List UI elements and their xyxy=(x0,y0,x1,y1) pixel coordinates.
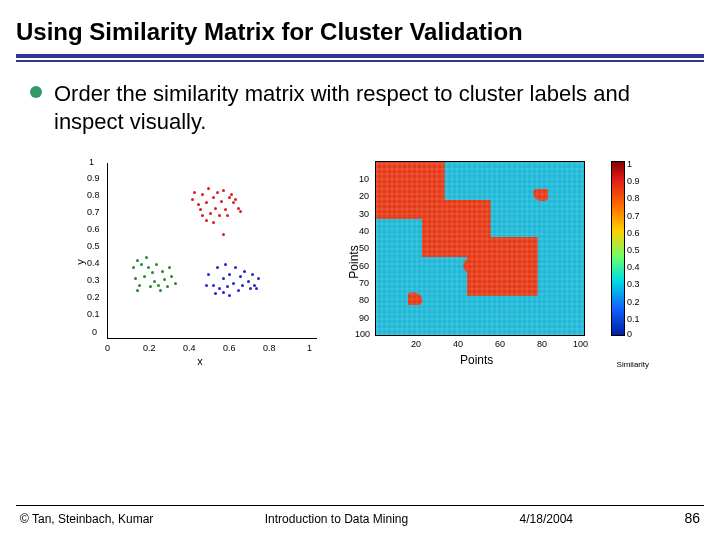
hm-ytick: 70 xyxy=(359,278,369,288)
cbar-tick: 0.1 xyxy=(627,314,645,324)
ytick: 0 xyxy=(92,327,97,337)
scatter-point xyxy=(232,201,235,204)
scatter-point xyxy=(212,221,215,224)
scatter-point xyxy=(201,193,204,196)
footer-page-number: 86 xyxy=(684,510,700,526)
hm-ytick: 80 xyxy=(359,295,369,305)
scatter-point xyxy=(255,287,258,290)
scatter-point xyxy=(134,277,137,280)
scatter-point xyxy=(222,291,225,294)
scatter-point xyxy=(138,284,141,287)
ytick: 0.7 xyxy=(87,207,100,217)
scatter-point xyxy=(132,266,135,269)
hm-ytick: 20 xyxy=(359,191,369,201)
bullet-item: Order the similarity matrix with respect… xyxy=(30,80,690,135)
footer-center: Introduction to Data Mining xyxy=(265,512,408,526)
heatmap-xlabel: Points xyxy=(460,353,493,367)
scatter-point xyxy=(205,219,208,222)
scatter-point xyxy=(145,256,148,259)
scatter-point xyxy=(166,285,169,288)
scatter-point xyxy=(136,289,139,292)
scatter-point xyxy=(222,277,225,280)
bullet-text: Order the similarity matrix with respect… xyxy=(54,80,690,135)
scatter-point xyxy=(239,210,242,213)
scatter-point xyxy=(237,207,240,210)
xtick: 0 xyxy=(105,343,110,353)
scatter-point xyxy=(232,282,235,285)
hm-ytick: 90 xyxy=(359,313,369,323)
ytick: 0.6 xyxy=(87,224,100,234)
scatter-point xyxy=(207,273,210,276)
scatter-plot: y x 1 0.9 0.8 0.7 0.6 0.5 0.4 0.3 0.2 0.… xyxy=(75,157,325,367)
hm-ytick: 100 xyxy=(355,329,370,339)
hm-ytick: 10 xyxy=(359,174,369,184)
title-underline xyxy=(0,54,720,62)
scatter-point xyxy=(147,266,150,269)
scatter-point xyxy=(218,287,221,290)
colorbar xyxy=(611,161,625,336)
scatter-point xyxy=(230,193,233,196)
cbar-tick: 0.7 xyxy=(627,211,645,221)
scatter-point xyxy=(153,280,156,283)
similarity-heatmap: Points Points Similarity 10 20 30 40 50 … xyxy=(345,157,645,367)
scatter-point xyxy=(140,263,143,266)
hm-ytick: 30 xyxy=(359,209,369,219)
scatter-xlabel: x xyxy=(197,355,203,367)
scatter-point xyxy=(257,277,260,280)
scatter-point xyxy=(241,284,244,287)
scatter-point xyxy=(205,201,208,204)
ytick: 0.5 xyxy=(87,241,100,251)
xtick: 1 xyxy=(307,343,312,353)
scatter-point xyxy=(216,266,219,269)
ytick: 0.9 xyxy=(87,173,100,183)
scatter-point xyxy=(247,280,250,283)
colorbar-label: Similarity xyxy=(617,360,649,369)
scatter-point xyxy=(209,212,212,215)
scatter-point xyxy=(212,284,215,287)
scatter-point xyxy=(216,191,219,194)
scatter-point xyxy=(226,285,229,288)
cbar-tick: 0 xyxy=(627,329,645,339)
scatter-point xyxy=(251,273,254,276)
ytick: 1 xyxy=(89,157,94,167)
scatter-point xyxy=(249,287,252,290)
scatter-point xyxy=(214,292,217,295)
cbar-tick: 0.9 xyxy=(627,176,645,186)
cbar-tick: 0.6 xyxy=(627,228,645,238)
scatter-point xyxy=(157,284,160,287)
hm-ytick: 40 xyxy=(359,226,369,236)
scatter-point xyxy=(239,275,242,278)
scatter-point xyxy=(151,271,154,274)
scatter-point xyxy=(234,198,237,201)
scatter-point xyxy=(168,266,171,269)
scatter-point xyxy=(222,189,225,192)
scatter-point xyxy=(237,289,240,292)
scatter-point xyxy=(243,270,246,273)
scatter-ylabel: y xyxy=(74,259,86,265)
scatter-point xyxy=(224,208,227,211)
footer: © Tan, Steinbach, Kumar Introduction to … xyxy=(0,510,720,526)
cbar-tick: 0.3 xyxy=(627,279,645,289)
ytick: 0.4 xyxy=(87,258,100,268)
scatter-point xyxy=(199,208,202,211)
hm-xtick: 80 xyxy=(537,339,547,349)
scatter-point xyxy=(163,278,166,281)
xtick: 0.2 xyxy=(143,343,156,353)
scatter-point xyxy=(136,259,139,262)
scatter-point xyxy=(212,196,215,199)
scatter-point xyxy=(228,273,231,276)
footer-date: 4/18/2004 xyxy=(520,512,573,526)
bullet-dot-icon xyxy=(30,86,42,98)
cbar-tick: 0.8 xyxy=(627,193,645,203)
cbar-tick: 0.2 xyxy=(627,297,645,307)
footer-copyright: © Tan, Steinbach, Kumar xyxy=(20,512,153,526)
cbar-tick: 0.5 xyxy=(627,245,645,255)
cbar-tick: 1 xyxy=(627,159,645,169)
hm-ytick: 50 xyxy=(359,243,369,253)
scatter-point xyxy=(207,187,210,190)
xtick: 0.4 xyxy=(183,343,196,353)
hm-ytick: 60 xyxy=(359,261,369,271)
scatter-point xyxy=(197,203,200,206)
scatter-point xyxy=(155,263,158,266)
cbar-tick: 0.4 xyxy=(627,262,645,272)
